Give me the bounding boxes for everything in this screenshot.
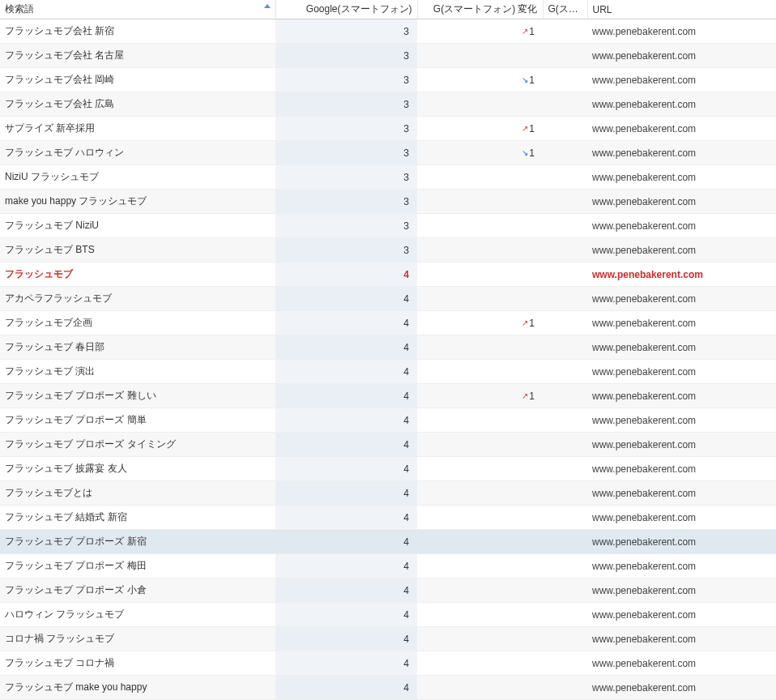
table-row[interactable]: フラッシュモブ 披露宴 友人4www.penebakerent.com bbox=[0, 457, 776, 481]
arrow-down-icon: ↘ bbox=[522, 148, 528, 157]
cell-url: www.penebakerent.com bbox=[587, 360, 776, 384]
table-row[interactable]: ハロウィン フラッシュモブ4www.penebakerent.com bbox=[0, 603, 776, 627]
cell-change bbox=[417, 262, 543, 287]
cell-keyword: フラッシュモブ会社 新宿 bbox=[0, 19, 275, 44]
cell-keyword: フラッシュモブ会社 名古屋 bbox=[0, 44, 275, 68]
cell-keyword: フラッシュモブ会社 岡崎 bbox=[0, 68, 275, 92]
column-header-ext[interactable]: G(スマートフ.. bbox=[543, 0, 587, 19]
cell-keyword: サプライズ 新卒採用 bbox=[0, 117, 275, 141]
cell-keyword: フラッシュモブ 春日部 bbox=[0, 335, 275, 360]
cell-change bbox=[417, 578, 543, 603]
table-row[interactable]: フラッシュモブ会社 岡崎3↘1www.penebakerent.com bbox=[0, 68, 776, 92]
table-row[interactable]: フラッシュモブ コロナ禍4www.penebakerent.com bbox=[0, 651, 776, 676]
cell-ext bbox=[543, 433, 587, 457]
cell-keyword: フラッシュモブ プロポーズ 小倉 bbox=[0, 578, 275, 603]
table-row[interactable]: コロナ禍 フラッシュモブ4www.penebakerent.com bbox=[0, 627, 776, 651]
column-header-url[interactable]: URL bbox=[587, 0, 776, 19]
cell-rank: 4 bbox=[275, 408, 417, 433]
column-header-keyword[interactable]: 検索語 bbox=[0, 0, 275, 19]
cell-ext bbox=[543, 311, 587, 335]
cell-url: www.penebakerent.com bbox=[587, 335, 776, 360]
cell-url: www.penebakerent.com bbox=[587, 214, 776, 238]
cell-change: ↗1 bbox=[417, 19, 543, 44]
cell-rank: 4 bbox=[275, 554, 417, 578]
cell-keyword: フラッシュモブ 披露宴 友人 bbox=[0, 457, 275, 481]
cell-change bbox=[417, 651, 543, 676]
cell-url: www.penebakerent.com bbox=[587, 311, 776, 335]
table-row[interactable]: フラッシュモブ 結婚式 新宿4www.penebakerent.com bbox=[0, 506, 776, 530]
cell-change: ↗1 bbox=[417, 311, 543, 335]
cell-rank: 3 bbox=[275, 117, 417, 141]
cell-change: ↘1 bbox=[417, 141, 543, 165]
table-row[interactable]: フラッシュモブ会社 名古屋3www.penebakerent.com bbox=[0, 44, 776, 68]
table-row[interactable]: フラッシュモブ 春日部4www.penebakerent.com bbox=[0, 335, 776, 360]
cell-change bbox=[417, 408, 543, 433]
column-header-rank[interactable]: Google(スマートフォン) bbox=[275, 0, 417, 19]
table-row[interactable]: フラッシュモブ プロポーズ 簡単4www.penebakerent.com bbox=[0, 408, 776, 433]
cell-keyword: フラッシュモブ プロポーズ 新宿 bbox=[0, 530, 275, 554]
header-row: 検索語 Google(スマートフォン) G(スマートフォン) 変化 G(スマート… bbox=[0, 0, 776, 19]
table-row[interactable]: サプライズ 新卒採用3↗1www.penebakerent.com bbox=[0, 117, 776, 141]
cell-rank: 4 bbox=[275, 433, 417, 457]
cell-ext bbox=[543, 457, 587, 481]
cell-change bbox=[417, 627, 543, 651]
cell-keyword: make you happy フラッシュモブ bbox=[0, 190, 275, 214]
header-label: URL bbox=[593, 4, 612, 15]
cell-rank: 4 bbox=[275, 676, 417, 700]
cell-url: www.penebakerent.com bbox=[587, 651, 776, 676]
cell-keyword: フラッシュモブ bbox=[0, 262, 275, 287]
cell-keyword: ハロウィン フラッシュモブ bbox=[0, 603, 275, 627]
arrow-down-icon: ↘ bbox=[522, 75, 528, 84]
cell-url: www.penebakerent.com bbox=[587, 44, 776, 68]
table-row[interactable]: make you happy フラッシュモブ3www.penebakerent.… bbox=[0, 190, 776, 214]
change-value: 1 bbox=[529, 318, 535, 329]
cell-ext bbox=[543, 44, 587, 68]
cell-change bbox=[417, 481, 543, 506]
cell-url: www.penebakerent.com bbox=[587, 554, 776, 578]
table-row[interactable]: フラッシュモブ 演出4www.penebakerent.com bbox=[0, 360, 776, 384]
cell-url: www.penebakerent.com bbox=[587, 92, 776, 117]
table-row[interactable]: フラッシュモブ プロポーズ 新宿4www.penebakerent.com bbox=[0, 530, 776, 554]
cell-rank: 4 bbox=[275, 481, 417, 506]
cell-rank: 3 bbox=[275, 68, 417, 92]
cell-keyword: フラッシュモブ企画 bbox=[0, 311, 275, 335]
table-row[interactable]: フラッシュモブとは4www.penebakerent.com bbox=[0, 481, 776, 506]
table-row[interactable]: フラッシュモブ企画4↗1www.penebakerent.com bbox=[0, 311, 776, 335]
cell-ext bbox=[543, 627, 587, 651]
table-row[interactable]: フラッシュモブ プロポーズ 難しい4↗1www.penebakerent.com bbox=[0, 384, 776, 408]
table-row[interactable]: フラッシュモブ プロポーズ 梅田4www.penebakerent.com bbox=[0, 554, 776, 578]
cell-rank: 3 bbox=[275, 165, 417, 190]
table-row[interactable]: フラッシュモブ BTS3www.penebakerent.com bbox=[0, 238, 776, 262]
cell-ext bbox=[543, 68, 587, 92]
column-header-change[interactable]: G(スマートフォン) 変化 bbox=[417, 0, 543, 19]
cell-rank: 4 bbox=[275, 603, 417, 627]
cell-rank: 4 bbox=[275, 335, 417, 360]
table-row[interactable]: フラッシュモブ4www.penebakerent.com bbox=[0, 262, 776, 287]
table-row[interactable]: アカペラフラッシュモブ4www.penebakerent.com bbox=[0, 287, 776, 311]
cell-rank: 4 bbox=[275, 627, 417, 651]
table-row[interactable]: フラッシュモブ会社 広島3www.penebakerent.com bbox=[0, 92, 776, 117]
header-label: G(スマートフォン) 変化 bbox=[433, 3, 538, 15]
cell-ext bbox=[543, 360, 587, 384]
cell-ext bbox=[543, 214, 587, 238]
table-row[interactable]: フラッシュモブ プロポーズ タイミング4www.penebakerent.com bbox=[0, 433, 776, 457]
header-label: 検索語 bbox=[5, 3, 34, 15]
table-row[interactable]: フラッシュモブ NiziU3www.penebakerent.com bbox=[0, 214, 776, 238]
table-row[interactable]: フラッシュモブ ハロウィン3↘1www.penebakerent.com bbox=[0, 141, 776, 165]
header-label: G(スマートフ.. bbox=[548, 3, 588, 15]
cell-url: www.penebakerent.com bbox=[587, 19, 776, 44]
table-row[interactable]: フラッシュモブ会社 新宿3↗1www.penebakerent.com bbox=[0, 19, 776, 44]
cell-rank: 3 bbox=[275, 214, 417, 238]
table-row[interactable]: フラッシュモブ make you happy4www.penebakerent.… bbox=[0, 676, 776, 700]
table-row[interactable]: NiziU フラッシュモブ3www.penebakerent.com bbox=[0, 165, 776, 190]
cell-ext bbox=[543, 19, 587, 44]
change-value: 1 bbox=[529, 26, 535, 37]
cell-change: ↗1 bbox=[417, 384, 543, 408]
cell-rank: 4 bbox=[275, 311, 417, 335]
cell-change bbox=[417, 676, 543, 700]
cell-rank: 4 bbox=[275, 262, 417, 287]
change-value: 1 bbox=[529, 123, 535, 134]
cell-rank: 4 bbox=[275, 360, 417, 384]
table-row[interactable]: フラッシュモブ プロポーズ 小倉4www.penebakerent.com bbox=[0, 578, 776, 603]
cell-keyword: コロナ禍 フラッシュモブ bbox=[0, 627, 275, 651]
